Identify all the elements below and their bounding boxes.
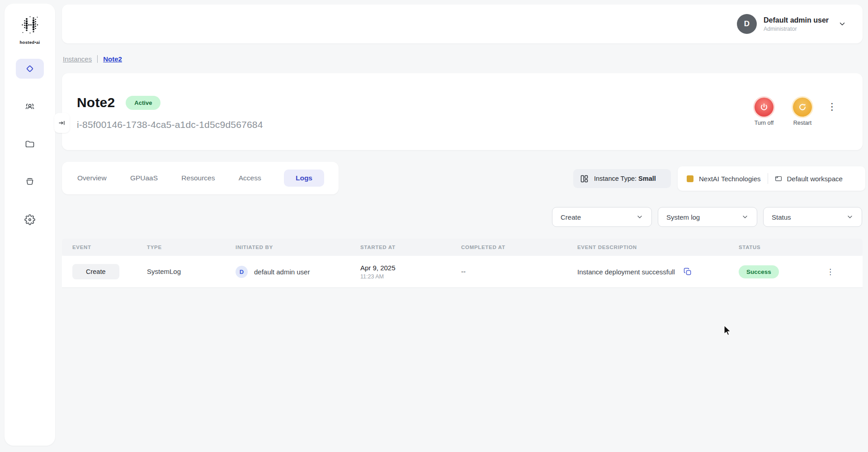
user-name: Default admin user (764, 16, 829, 24)
turn-off-label: Turn off (750, 120, 778, 126)
chevron-down-icon (846, 213, 854, 221)
topbar: D Default admin user Administrator (62, 5, 863, 43)
user-role: Administrator (764, 26, 829, 32)
title-row: Note2 Active (77, 95, 160, 110)
col-status: STATUS (739, 245, 820, 250)
workspace-name: Default workspace (787, 175, 842, 183)
instance-header-card: Note2 Active i-85f00146-1738-4ca5-a1dc-1… (62, 73, 863, 150)
workspace-icon (774, 174, 783, 183)
initiator-avatar: D (236, 266, 248, 278)
tab-bar: Overview GPUaaS Resources Access Logs (62, 162, 339, 194)
org-workspace-chip: NextAI Technologies Default workspace (678, 166, 865, 191)
sidebar-item-projects[interactable] (16, 134, 44, 154)
col-completed-at: COMPLETED AT (461, 245, 577, 250)
filter-status-value: Status (772, 213, 791, 221)
instance-type-text: Instance Type: Small (594, 175, 656, 182)
diamond-icon (24, 63, 35, 74)
instance-type-chip: Instance Type: Small (573, 169, 671, 188)
sidebar-item-users[interactable] (16, 97, 44, 117)
completed-at-cell: -- (461, 268, 466, 275)
chevron-down-icon (838, 20, 846, 28)
col-started-at: STARTED AT (360, 245, 461, 250)
col-type: TYPE (147, 245, 236, 250)
breadcrumb-current-link[interactable]: Note2 (103, 55, 122, 63)
filter-log-type-value: System log (666, 213, 700, 221)
gear-icon (24, 214, 35, 225)
breadcrumb: Instances Note2 (63, 55, 122, 63)
layout-icon (580, 174, 589, 184)
tab-logs[interactable]: Logs (284, 170, 324, 187)
chevron-down-icon (636, 213, 643, 221)
tab-overview[interactable]: Overview (76, 170, 108, 187)
tab-access[interactable]: Access (238, 170, 262, 187)
event-description-text: Instance deployment successfull (577, 268, 675, 276)
app-root: hosted•ai (0, 0, 868, 452)
sidebar-collapse-toggle[interactable] (54, 113, 70, 133)
user-info: Default admin user Administrator (764, 16, 829, 32)
users-icon (24, 101, 35, 112)
breadcrumb-instances-link[interactable]: Instances (63, 55, 92, 63)
sidebar-item-instances[interactable] (16, 59, 44, 79)
initiator-name: default admin user (254, 268, 310, 276)
instance-id: i-85f00146-1738-4ca5-a1dc-1d5c9d567684 (77, 119, 263, 130)
logs-table-header: EVENT TYPE INITIATED BY STARTED AT COMPL… (62, 239, 863, 256)
tab-resources[interactable]: Resources (180, 170, 216, 187)
instance-menu-button[interactable]: ⋮ (827, 101, 837, 112)
sidebar-item-settings[interactable] (16, 210, 44, 230)
user-menu[interactable]: D Default admin user Administrator (737, 14, 846, 34)
restart-label: Restart (788, 120, 817, 126)
tab-gpuaas[interactable]: GPUaaS (129, 170, 159, 187)
divider (768, 173, 768, 184)
filter-status-dropdown[interactable]: Status (763, 207, 862, 227)
table-row: Create SystemLog D default admin user Ap… (62, 256, 863, 288)
breadcrumb-separator (97, 55, 98, 63)
turn-off-button[interactable]: Turn off (750, 98, 778, 126)
sidebar: hosted•ai (5, 4, 55, 446)
logo-label: hosted•ai (5, 40, 55, 45)
org-color-swatch (687, 175, 693, 182)
filter-event-value: Create (561, 213, 581, 221)
mouse-cursor (723, 325, 734, 337)
initiated-by-cell: D default admin user (236, 266, 360, 278)
copy-icon[interactable] (683, 267, 692, 276)
filter-log-type-dropdown[interactable]: System log (658, 207, 757, 227)
sidebar-item-storage[interactable] (16, 171, 44, 191)
restart-icon (793, 98, 812, 117)
type-cell: SystemLog (147, 268, 181, 275)
hosted-ai-logo: hosted•ai (5, 14, 55, 45)
col-event: EVENT (72, 245, 147, 250)
hosted-ai-logo-mark (19, 14, 41, 36)
status-badge: Active (126, 96, 160, 110)
chevron-down-icon (741, 213, 749, 221)
event-description-cell: Instance deployment successfull (577, 267, 739, 276)
organization-name: NextAI Technologies (699, 175, 760, 183)
col-initiated-by: INITIATED BY (236, 245, 360, 250)
started-date: Apr 9, 2025 (360, 264, 461, 272)
power-icon (755, 98, 774, 117)
row-menu-button[interactable]: ⋮ (826, 268, 834, 276)
restart-button[interactable]: Restart (788, 98, 817, 126)
filter-event-dropdown[interactable]: Create (552, 207, 652, 227)
event-cell: Create (72, 264, 119, 279)
started-time: 11:23 AM (360, 273, 461, 280)
row-status-badge: Success (739, 265, 779, 278)
page-title: Note2 (77, 95, 115, 110)
col-event-description: EVENT DESCRIPTION (577, 245, 739, 250)
folder-icon (24, 138, 35, 149)
avatar: D (737, 14, 757, 34)
bucket-icon (24, 176, 35, 187)
arrow-to-line-icon (58, 119, 66, 127)
